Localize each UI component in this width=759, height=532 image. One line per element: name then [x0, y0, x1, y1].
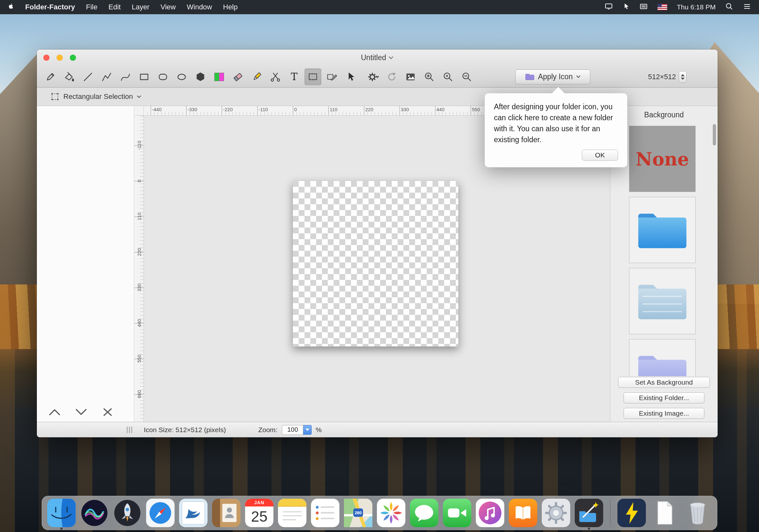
- eraser-tool-button[interactable]: [229, 68, 246, 85]
- dock-item-finder[interactable]: [47, 499, 76, 527]
- transparent-canvas[interactable]: [293, 181, 459, 347]
- image-import-button[interactable]: [402, 68, 419, 85]
- zoom-out-button[interactable]: [459, 68, 475, 85]
- settings-menu-button[interactable]: [365, 68, 381, 85]
- zoom-actual-button[interactable]: [440, 68, 457, 85]
- display-status-icon[interactable]: [605, 3, 613, 12]
- menu-view[interactable]: View: [160, 3, 176, 11]
- dock-item-contacts[interactable]: [212, 499, 241, 527]
- dock-item-facetime[interactable]: [443, 499, 471, 527]
- display2-status-icon[interactable]: [639, 3, 648, 12]
- selection-transform-tool-button[interactable]: [323, 68, 340, 85]
- menu-window[interactable]: Window: [187, 3, 212, 11]
- background-option-textured-folder[interactable]: [629, 268, 696, 334]
- arrow-tool-button[interactable]: [342, 68, 359, 85]
- dock-item-notes[interactable]: [278, 499, 306, 527]
- toolbar-actions: [365, 68, 475, 85]
- polygon-tool-button[interactable]: [192, 68, 209, 85]
- fill-tool-button[interactable]: [61, 68, 78, 85]
- line-tool-button[interactable]: [80, 68, 96, 85]
- zoom-label: Zoom:: [258, 426, 278, 434]
- gradient-tool-button[interactable]: [211, 68, 227, 85]
- running-indicator: [60, 527, 63, 530]
- popover-arrow: [552, 87, 565, 94]
- dock-item-siri[interactable]: [80, 499, 109, 527]
- scissors-tool-button[interactable]: [267, 68, 284, 85]
- text-tool-icon: T: [291, 72, 298, 82]
- dock-item-lightning-app[interactable]: [618, 499, 646, 527]
- popover-message: After designing your folder icon, you ca…: [494, 101, 618, 145]
- dock-item-ibooks[interactable]: [509, 499, 537, 527]
- selection-mode-chevron-icon[interactable]: [137, 95, 141, 98]
- dock-item-maps[interactable]: 280: [344, 499, 372, 527]
- dock-item-reminders[interactable]: [311, 499, 340, 527]
- dock-item-launchpad[interactable]: [113, 499, 141, 527]
- menubar-app-name[interactable]: Folder-Factory: [25, 3, 75, 11]
- apply-icon-button[interactable]: Apply Icon: [515, 69, 590, 84]
- title-chevron-down-icon[interactable]: [388, 56, 393, 59]
- zoom-dropdown-button[interactable]: [303, 425, 312, 435]
- size-stepper[interactable]: [679, 71, 687, 83]
- dock-item-photos[interactable]: [377, 499, 405, 527]
- marker-tool-button[interactable]: [248, 68, 265, 85]
- stepper-down-icon: [681, 78, 685, 80]
- background-option-none[interactable]: None: [629, 126, 696, 192]
- dock-item-system-preferences[interactable]: [542, 499, 570, 527]
- background-scrollbar-thumb[interactable]: [713, 124, 716, 145]
- none-label: None: [636, 148, 689, 170]
- pointer-status-icon[interactable]: [622, 3, 630, 12]
- menu-edit[interactable]: Edit: [108, 3, 121, 11]
- background-option-blue-folder[interactable]: [629, 197, 696, 263]
- set-as-background-button[interactable]: Set As Background: [618, 377, 710, 388]
- apply-icon-popover: After designing your folder icon, you ca…: [485, 93, 627, 168]
- dock-item-mail[interactable]: [179, 499, 208, 527]
- selection-mode-label[interactable]: Rectangular Selection: [63, 93, 133, 101]
- menu-layer[interactable]: Layer: [132, 3, 149, 11]
- polyline-tool-button[interactable]: [98, 68, 115, 85]
- notification-center-icon[interactable]: [743, 3, 751, 12]
- dock-item-messages[interactable]: [410, 499, 438, 527]
- ellipse-tool-button[interactable]: [173, 68, 190, 85]
- dock-item-itunes[interactable]: [476, 499, 504, 527]
- zoom-input[interactable]: [282, 425, 303, 435]
- ruler-corner: [134, 106, 144, 116]
- background-option-purple-folder[interactable]: [629, 339, 696, 376]
- messages-icon: [410, 499, 438, 527]
- zoom-in-button[interactable]: [421, 68, 438, 85]
- dock-item-folder-factory[interactable]: [575, 499, 603, 527]
- rectangular-selection-tool-button[interactable]: [304, 68, 321, 85]
- zoom-percent-sign: %: [315, 426, 322, 434]
- ruler-label: 440: [436, 107, 445, 112]
- move-layer-down-button[interactable]: [74, 407, 88, 418]
- existing-folder-button[interactable]: Existing Folder...: [623, 392, 704, 403]
- running-indicator: [588, 527, 590, 530]
- text-tool-button[interactable]: T: [286, 68, 302, 85]
- menubar-clock[interactable]: Thu 6:18 PM: [677, 3, 716, 11]
- rounded-rectangle-tool-button[interactable]: [154, 68, 171, 85]
- panel-resize-grip[interactable]: [127, 427, 132, 433]
- ruler-label: -110: [137, 136, 142, 155]
- reminders-icon: [311, 499, 340, 527]
- delete-layer-button[interactable]: [101, 407, 114, 418]
- dock-item-trash[interactable]: [683, 499, 712, 527]
- curve-tool-button[interactable]: [117, 68, 134, 85]
- apple-menu-icon[interactable]: [8, 2, 14, 12]
- rectangle-tool-button[interactable]: [136, 68, 153, 85]
- existing-image-button[interactable]: Existing Image...: [623, 408, 704, 419]
- menu-file[interactable]: File: [86, 3, 97, 11]
- menu-bar: Folder-Factory File Edit Layer View Wind…: [0, 0, 759, 14]
- blue-folder-icon: [635, 209, 690, 251]
- itunes-icon: [476, 499, 504, 527]
- ruler-label: 550: [137, 349, 142, 368]
- pen-tool-button[interactable]: [42, 68, 59, 85]
- move-layer-up-button[interactable]: [48, 407, 61, 418]
- input-source-flag-icon[interactable]: [658, 4, 667, 10]
- dock-item-calendar[interactable]: JAN 25: [245, 499, 273, 527]
- menu-help[interactable]: Help: [223, 3, 238, 11]
- apply-chevron-down-icon: [576, 75, 580, 78]
- spotlight-icon[interactable]: [725, 3, 733, 12]
- dock-item-safari[interactable]: [146, 499, 175, 527]
- popover-ok-button[interactable]: OK: [582, 150, 618, 161]
- dock-item-document[interactable]: [650, 499, 679, 527]
- rotate-button[interactable]: [383, 68, 400, 85]
